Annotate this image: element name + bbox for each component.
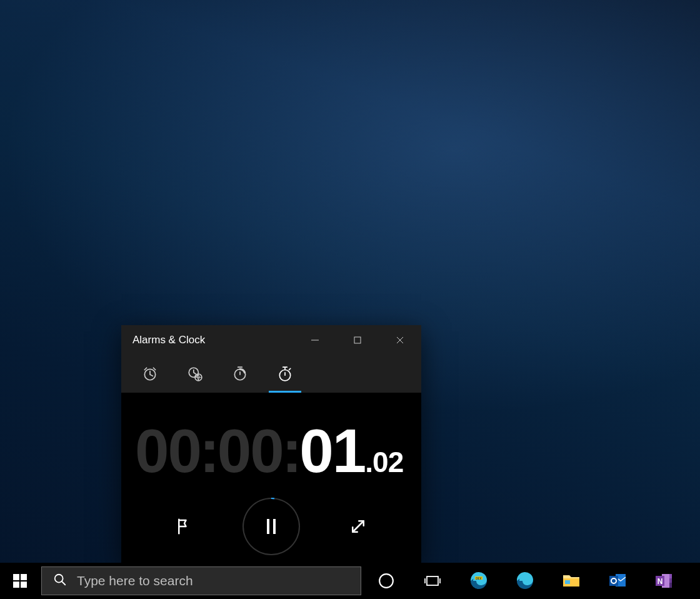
edge-icon: [516, 571, 534, 590]
taskbar-items: DEV: [361, 563, 700, 599]
svg-rect-24: [669, 574, 672, 578]
tab-alarm[interactable]: [128, 355, 172, 393]
lap-button[interactable]: [170, 512, 199, 541]
hundredths-value: 02: [372, 448, 403, 476]
colon: :: [199, 420, 219, 481]
stopwatch-content: 00 : 00 : 01 . 02: [121, 393, 421, 563]
minimize-button[interactable]: [294, 325, 336, 355]
outlook-icon: [608, 572, 627, 590]
windows-logo-icon: [13, 574, 27, 588]
svg-rect-6: [267, 519, 269, 534]
svg-text:DEV: DEV: [476, 577, 481, 580]
task-view-button[interactable]: [421, 570, 444, 592]
svg-rect-10: [13, 581, 19, 588]
stopwatch-controls: [121, 498, 421, 555]
search-input[interactable]: [77, 573, 361, 588]
stopwatch-time: 00 : 00 : 01 . 02: [121, 420, 421, 481]
taskbar-search[interactable]: [41, 566, 361, 595]
timer-icon: [232, 366, 248, 382]
cortana-button[interactable]: [375, 570, 398, 592]
tab-stopwatch[interactable]: [262, 355, 308, 393]
svg-rect-7: [273, 519, 276, 534]
svg-rect-0: [354, 337, 361, 343]
edge-dev-app[interactable]: DEV: [468, 570, 490, 592]
colon: :: [282, 420, 301, 481]
svg-text:N: N: [658, 577, 663, 586]
svg-point-13: [379, 574, 393, 588]
world-clock-icon: [187, 366, 203, 382]
seconds-value: 01: [299, 420, 365, 481]
stopwatch-icon: [277, 366, 293, 382]
maximize-icon: [354, 336, 361, 344]
alarm-clock-icon: [142, 366, 158, 382]
close-icon: [396, 336, 404, 344]
svg-rect-25: [669, 578, 672, 583]
minimize-icon: [311, 336, 319, 344]
tab-timer[interactable]: [218, 355, 262, 393]
tab-world-clock[interactable]: [172, 355, 218, 393]
cortana-icon: [378, 573, 394, 589]
folder-icon: [562, 573, 581, 589]
dot: .: [365, 448, 372, 476]
pause-icon: [264, 518, 278, 535]
expand-button[interactable]: [344, 512, 372, 541]
svg-rect-9: [21, 574, 27, 580]
svg-rect-8: [13, 574, 19, 580]
task-view-icon: [424, 573, 441, 588]
maximize-button[interactable]: [336, 325, 379, 355]
start-button[interactable]: [0, 563, 40, 599]
search-icon: [53, 573, 67, 589]
svg-rect-26: [669, 583, 672, 588]
edge-dev-icon: DEV: [469, 571, 488, 590]
tab-bar: [121, 355, 421, 393]
outlook-app[interactable]: [606, 570, 629, 592]
expand-icon: [349, 517, 368, 536]
pause-button[interactable]: [242, 498, 300, 555]
titlebar[interactable]: Alarms & Clock: [121, 325, 421, 355]
onenote-app[interactable]: N: [652, 570, 675, 592]
window-title: Alarms & Clock: [132, 334, 294, 346]
file-explorer-app[interactable]: [560, 570, 582, 592]
close-button[interactable]: [379, 325, 421, 355]
onenote-icon: N: [654, 572, 673, 590]
flag-icon: [175, 517, 194, 536]
minutes-value: 00: [218, 420, 283, 481]
svg-rect-14: [427, 576, 438, 585]
edge-app[interactable]: [514, 570, 536, 592]
hours-value: 00: [135, 420, 201, 481]
alarms-clock-window: Alarms & Clock: [121, 325, 421, 563]
taskbar: DEV: [0, 563, 700, 599]
svg-rect-19: [565, 580, 570, 584]
svg-rect-11: [21, 581, 27, 588]
